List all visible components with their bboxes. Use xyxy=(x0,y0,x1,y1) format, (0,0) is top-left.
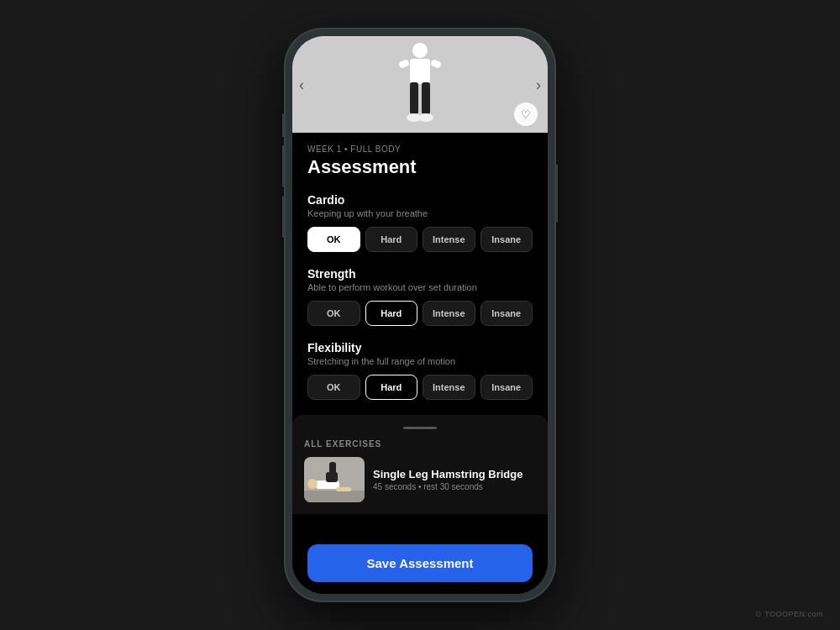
phone-frame: ‹ › ♡ WEEK 1 • FULL BODY Assessment Card… xyxy=(286,29,554,601)
cardio-section: Cardio Keeping up with your breathe OK H… xyxy=(307,193,533,252)
svg-point-7 xyxy=(418,113,433,122)
svg-rect-3 xyxy=(422,82,430,114)
svg-rect-2 xyxy=(410,82,418,114)
exercises-label: ALL EXERCISES xyxy=(304,439,536,449)
save-assessment-button[interactable]: Save Assessment xyxy=(307,544,533,582)
strength-hard-button[interactable]: Hard xyxy=(365,301,418,326)
exercise-item[interactable]: Single Leg Hamstring Bridge 45 seconds •… xyxy=(304,457,536,502)
prev-nav-arrow[interactable]: ‹ xyxy=(299,76,304,93)
main-scroll-area[interactable]: WEEK 1 • FULL BODY Assessment Cardio Kee… xyxy=(292,133,548,536)
strength-intense-button[interactable]: Intense xyxy=(423,301,475,326)
cardio-insane-button[interactable]: Insane xyxy=(480,227,533,252)
exercises-section: ALL EXERCISES xyxy=(292,415,548,514)
volume-mute-button xyxy=(282,113,286,137)
cardio-ok-button[interactable]: OK xyxy=(307,227,360,252)
strength-ok-button[interactable]: OK xyxy=(307,301,360,326)
strength-title: Strength xyxy=(307,267,533,281)
exercise-name: Single Leg Hamstring Bridge xyxy=(373,468,522,480)
flexibility-section: Flexibility Stretching in the full range… xyxy=(307,341,533,400)
heart-icon: ♡ xyxy=(521,108,531,121)
strength-section: Strength Able to perform workout over se… xyxy=(307,267,533,326)
volume-up-button xyxy=(282,145,286,187)
svg-point-13 xyxy=(307,479,318,489)
workout-header: WEEK 1 • FULL BODY Assessment xyxy=(307,144,533,178)
flexibility-title: Flexibility xyxy=(307,341,533,354)
week-label: WEEK 1 • FULL BODY xyxy=(307,144,533,154)
flexibility-intense-button[interactable]: Intense xyxy=(423,375,475,400)
flexibility-insane-button[interactable]: Insane xyxy=(480,375,533,400)
flexibility-subtitle: Stretching in the full range of motion xyxy=(307,356,533,366)
strength-button-row: OK Hard Intense Insane xyxy=(307,301,533,326)
exercise-thumbnail xyxy=(304,457,365,502)
svg-rect-4 xyxy=(398,59,410,69)
strength-insane-button[interactable]: Insane xyxy=(480,301,533,326)
cardio-intense-button[interactable]: Intense xyxy=(423,227,475,252)
flexibility-ok-button[interactable]: OK xyxy=(307,375,360,400)
screen-content: ‹ › ♡ WEEK 1 • FULL BODY Assessment Card… xyxy=(292,36,548,594)
flexibility-hard-button[interactable]: Hard xyxy=(365,375,418,400)
phone-screen: ‹ › ♡ WEEK 1 • FULL BODY Assessment Card… xyxy=(292,36,548,594)
drag-handle xyxy=(403,427,437,429)
svg-rect-1 xyxy=(410,59,430,84)
strength-subtitle: Able to perform workout over set duratio… xyxy=(307,282,533,292)
watermark: ⊙ TOOOPEN.com xyxy=(755,610,823,618)
cardio-button-row: OK Hard Intense Insane xyxy=(307,227,533,252)
volume-down-button xyxy=(282,196,286,238)
workout-title: Assessment xyxy=(307,156,533,178)
cardio-title: Cardio xyxy=(307,193,533,207)
svg-rect-9 xyxy=(304,491,365,502)
favorite-button[interactable]: ♡ xyxy=(514,102,538,126)
exercise-meta: 45 seconds • rest 30 seconds xyxy=(373,482,522,491)
svg-rect-5 xyxy=(430,59,442,69)
power-button xyxy=(554,164,558,223)
cardio-subtitle: Keeping up with your breathe xyxy=(307,208,533,218)
next-nav-arrow[interactable]: › xyxy=(536,76,541,93)
exercise-details: Single Leg Hamstring Bridge 45 seconds •… xyxy=(373,468,522,491)
cardio-hard-button[interactable]: Hard xyxy=(365,227,418,252)
save-button-wrapper: Save Assessment xyxy=(292,536,548,594)
svg-rect-14 xyxy=(336,487,351,491)
person-figure xyxy=(382,40,458,133)
hero-image-area: ‹ › ♡ xyxy=(292,36,548,133)
svg-point-0 xyxy=(412,43,428,58)
svg-rect-12 xyxy=(329,462,336,477)
flexibility-button-row: OK Hard Intense Insane xyxy=(307,375,533,400)
exercise-thumb-image xyxy=(304,457,365,502)
